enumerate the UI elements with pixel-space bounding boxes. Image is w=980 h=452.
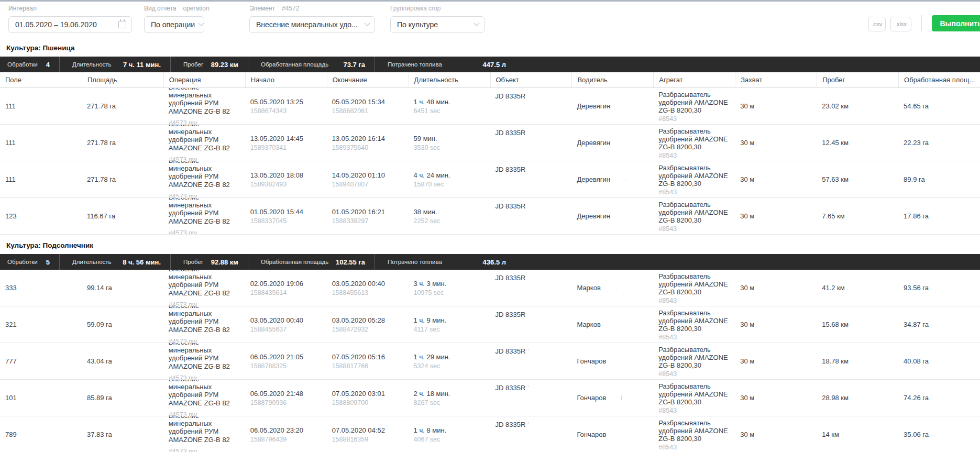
grouping-filter: Группировкаcrop По культуре [390,5,485,33]
summary-segment: Обработки4 [0,57,60,72]
table-row: 32159.09 гаВнесениеминеральныхудобрений … [0,306,980,343]
cell-mileage: 23.02 км [817,88,898,124]
implement-name: Разбрасыватель удобрений AMAZONE ZG-B 82… [658,164,735,188]
summary-segment: Пробег89.23 км [171,57,248,72]
cell-implement: Разбрасыватель удобрений AMAZONE ZG-B 82… [653,380,735,416]
operation-id: #4573 pw [169,301,242,306]
summary-bar: Обработки4Длительность7 ч. 11 мин.Пробег… [0,57,980,72]
operation-text: Внесениеминеральныхудобрений РУМAMAZONE … [169,343,242,379]
section-title: Культура: Подсолнечник [0,235,980,254]
cell-end: 14.05.2020 01:101589407807 [327,161,409,197]
duration-text: 1 ч. 8 мин. [414,426,490,434]
operation-line: удобрений РУМ [169,99,242,107]
duration-seconds: 4117 sec [414,326,490,333]
element-select[interactable]: Внесение минеральных удо... [249,16,375,33]
element-sublabel: #4572 [282,5,299,12]
cell-duration: 4 ч. 24 мин.15870 sec [409,161,490,197]
cell-end: 03.05.2020 05:281588472932 [327,306,409,343]
cell-operation: Внесениеминеральныхудобрений РУМAMAZONE … [163,343,245,379]
end-datetime: 03.05.2020 00:40 [332,280,409,288]
cell-object: JD 8335R ′ [490,380,572,416]
cell-processed: 54.65 га [898,88,980,124]
duration-text: 3 ч. 3 мин. [414,280,490,288]
summary-label: Обработки [0,259,38,265]
grouping-select[interactable]: По культуре [390,16,485,33]
cell-operation: Внесениеминеральныхудобрений РУМAMAZONE … [163,270,245,306]
cell-area: 85.89 га [82,380,163,416]
operation-line: минеральных [169,273,242,281]
driver-note: · [625,176,627,183]
implement-id: #8543 [658,225,735,233]
end-timestamp: 1588817766 [332,362,409,370]
start-timestamp: 1588337045 [250,217,327,225]
summary-segment: Длительность8 ч. 56 мин. [60,254,171,270]
interval-input[interactable]: 01.05.2020 – 19.06.2020 [8,16,132,33]
report-type-select[interactable]: По операции [144,16,204,33]
implement-id: #8543 [658,115,735,123]
operation-text: Внесениеминеральныхудобрений РУМAMAZONE … [169,270,242,306]
cell-area: 271.78 га [82,88,163,124]
implement-id: #8543 [658,189,735,196]
table-row: 111271.78 гаВнесениеминеральныхудобрений… [0,161,980,198]
cell-start: 13.05.2020 14:451589370341 [245,125,327,161]
grouping-value: По культуре [397,20,438,29]
cell-width: 30 м [735,125,817,161]
export-csv-button[interactable]: .csv [868,17,886,31]
operation-line: AMAZONE ZG-B 82 [169,289,242,297]
implement-name: Разбрасыватель удобрений AMAZONE ZG-B 82… [658,309,735,333]
element-value: Внесение минеральных удо... [256,20,358,29]
operation-line: AMAZONE ZG-B 82 [169,217,242,225]
cell-implement: Разбрасыватель удобрений AMAZONE ZG-B 82… [653,343,735,379]
summary-bar: Обработки5Длительность8 ч. 56 мин.Пробег… [0,254,980,270]
implement-id: #8543 [658,444,735,451]
cell-processed: 89.9 га [898,161,980,197]
cell-mileage: 7.65 км [817,198,898,234]
object-note: ′ [525,384,528,392]
cell-driver: Марков [571,306,653,343]
operation-line: удобрений РУМ [169,136,242,144]
cell-processed: 35.06 га [898,416,980,452]
operation-id: #4573 pw [169,338,242,343]
driver-note: І [621,394,622,402]
driver-name: Гончаров [577,394,606,402]
implement-id: #8543 [658,297,735,304]
cell-duration: 1 ч. 29 мин.5324 sec [409,343,490,379]
cell-driver: Деревягин [571,125,653,161]
cell-duration: 1 ч. 9 мин.4117 sec [409,306,490,343]
duration-text: 1 ч. 9 мин. [414,316,490,324]
cell-start: 05.05.2020 13:251588674343 [245,88,327,124]
cell-mileage: 18.78 км [817,343,898,379]
duration-seconds: 5324 sec [414,362,490,370]
cell-area: 37.83 га [82,416,163,452]
driver-name: Деревягин [577,175,610,183]
cell-start: 06.05.2020 23:201588796439 [245,416,327,452]
operation-text: Внесениеминеральныхудобрений РУМAMAZONE … [169,125,242,161]
cell-width: 30 м [735,416,817,452]
cell-object: JD 8335R [490,198,572,234]
implement-name: Разбрасыватель удобрений AMAZONE ZG-B 82… [658,346,735,370]
start-timestamp: 1588435614 [250,289,327,296]
cell-area: 43.04 га [82,343,163,379]
cell-operation: Внесениеминеральныхудобрений РУМAMAZONE … [163,306,245,343]
operation-text: Внесениеминеральныхудобрений РУМAMAZONE … [169,416,242,452]
cell-driver: Гончаров [571,343,653,379]
duration-seconds: 2252 sec [414,217,490,225]
end-timestamp: 1588816359 [332,436,409,443]
start-datetime: 06.05.2020 23:20 [250,426,327,434]
table-row: 111271.78 гаВнесениеминеральныхудобрений… [0,88,980,125]
end-timestamp: 1588682061 [332,107,409,115]
interval-value: 01.05.2020 – 19.06.2020 [15,20,97,29]
export-xlsx-button[interactable]: .xlsx [890,17,911,31]
start-timestamp: 1589382493 [250,181,327,188]
cell-object: JD 8335R ′ [490,343,572,379]
cell-processed: 22.23 га [898,125,980,161]
duration-seconds: 15870 sec [414,181,490,188]
cell-implement: Разбрасыватель удобрений AMAZONE ZG-B 82… [653,88,735,124]
driver-name: Гончаров [577,431,606,438]
end-timestamp: 1589375640 [332,144,409,151]
run-report-button[interactable]: Выполнить [932,15,980,31]
interval-filter: Интервал 01.05.2020 – 19.06.2020 [8,5,132,33]
interval-label: Интервал [8,5,132,12]
start-timestamp: 1588796439 [250,436,327,443]
cell-area: 116.67 га [82,198,163,234]
